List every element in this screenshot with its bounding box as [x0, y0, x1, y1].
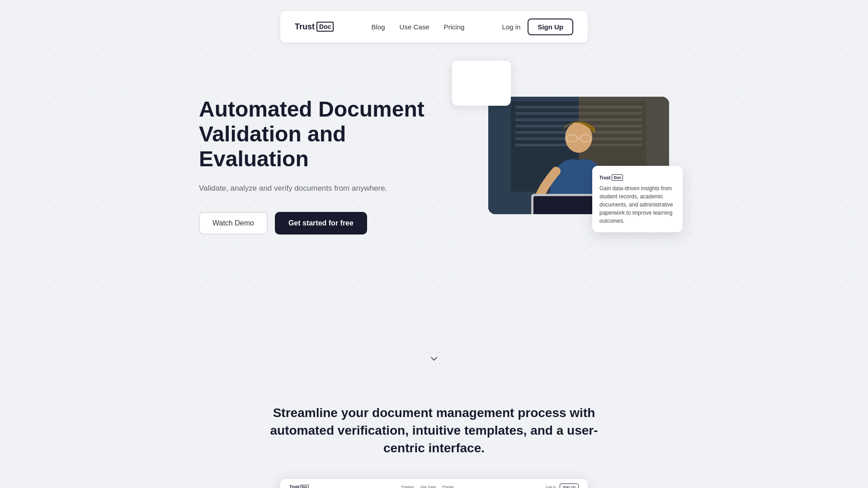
nav-link-pricing[interactable]: Pricing [443, 23, 464, 31]
nav-link-blog[interactable]: Blog [372, 23, 385, 31]
info-card-text: Gain data-driven insights from student r… [599, 184, 675, 225]
preview-nav-actions: Log in Sign Up [546, 483, 579, 488]
hero-card-top [452, 61, 511, 106]
nav-links: Blog Use Case Pricing [372, 23, 465, 31]
signup-button[interactable]: Sign Up [528, 19, 573, 35]
preview-nav-usecase: Use Case [420, 485, 436, 488]
get-started-button[interactable]: Get started for free [275, 212, 367, 235]
info-logo-box: Doc [612, 174, 623, 181]
preview-login: Log in [546, 485, 556, 488]
preview-logo-box: Doc [300, 485, 309, 488]
preview-nav-pricing: Pricing [443, 485, 453, 488]
chevron-down-icon[interactable] [427, 352, 441, 366]
hero-section: Automated Document Validation and Evalua… [163, 70, 705, 286]
info-logo-text: Trust [599, 175, 610, 180]
nav-actions: Log in Sign Up [502, 19, 573, 35]
preview-nav-links: Product Use Case Pricing [401, 485, 453, 488]
nav-link-usecase[interactable]: Use Case [400, 23, 429, 31]
info-card-logo: Trust Doc [599, 174, 623, 181]
hero-title: Automated Document Validation and Evalua… [199, 97, 425, 172]
hero-content: Automated Document Validation and Evalua… [199, 70, 425, 235]
login-button[interactable]: Log in [502, 23, 520, 31]
watch-demo-button[interactable]: Watch Demo [199, 212, 268, 235]
navbar: Trust Doc Blog Use Case Pricing Log in S… [280, 11, 588, 42]
hero-subtitle: Validate, analyze and verify documents f… [199, 183, 425, 194]
preview-signup: Sign Up [560, 483, 579, 488]
screenshot-preview: Trust Doc Product Use Case Pricing Log i… [280, 479, 588, 488]
scroll-indicator[interactable] [0, 341, 868, 377]
preview-logo-text: Trust [289, 484, 299, 488]
features-section: Streamline your document management proc… [0, 377, 868, 488]
hero-info-card: Trust Doc Gain data-driven insights from… [592, 166, 683, 233]
preview-logo: Trust Doc [289, 484, 309, 488]
hero-buttons: Watch Demo Get started for free [199, 212, 425, 235]
features-title: Streamline your document management proc… [258, 404, 610, 457]
preview-nav-product: Product [401, 485, 414, 488]
hero-right: Trust Doc Gain data-driven insights from… [425, 70, 669, 214]
logo: Trust Doc [295, 22, 334, 32]
logo-text: Trust [295, 22, 315, 32]
preview-navbar: Trust Doc Product Use Case Pricing Log i… [280, 479, 588, 488]
logo-box: Doc [316, 22, 334, 32]
